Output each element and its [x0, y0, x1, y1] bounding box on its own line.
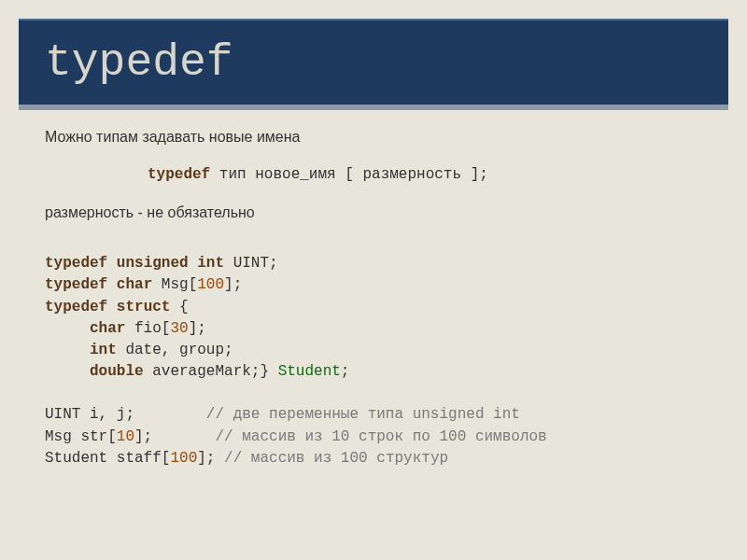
stmt: Msg str[ [45, 428, 117, 445]
code-line: Msg str[10]; // массив из 10 строк по 10… [45, 427, 702, 448]
kw-unsigned: unsigned [117, 255, 189, 272]
num: 100 [197, 276, 224, 293]
kw-char: char [90, 320, 125, 337]
syntax-line: typedef тип новое_имя [ размерность ]; [45, 164, 702, 185]
ident: date, group; [117, 342, 233, 358]
kw-typedef: typedef [45, 276, 107, 293]
code-line: char fio[30]; [45, 318, 702, 340]
pad [215, 450, 224, 467]
type-name: Student [278, 363, 341, 380]
ident: averageMark;} [144, 363, 278, 380]
syntax-rest: тип новое_имя [ размерность ]; [210, 166, 488, 183]
kw-typedef: typedef [45, 255, 107, 272]
kw-typedef: typedef [45, 299, 107, 315]
comment: // массив из 10 строк по 100 символов [215, 428, 546, 445]
kw-int: int [90, 342, 117, 358]
comment: // две переменные типа unsigned int [206, 406, 520, 423]
num: 100 [170, 450, 197, 467]
code-line: typedef struct { [45, 297, 702, 318]
note-text: размерность - не обязательно [45, 203, 702, 223]
header-bar: typedef [19, 19, 728, 110]
stmt: UINT i, j; [45, 406, 134, 423]
code-line: UINT i, j; // две переменные типа unsign… [45, 404, 702, 426]
slide-title: typedef [45, 37, 702, 88]
kw-double: double [90, 363, 144, 380]
punct: ]; [189, 320, 206, 337]
code-line: Student staff[100]; // массив из 100 стр… [45, 448, 702, 469]
pad [134, 406, 206, 423]
ident: Msg[ [152, 276, 197, 293]
code-blank [45, 383, 702, 404]
intro-text: Можно типам задавать новые имена [45, 127, 702, 147]
num: 30 [170, 320, 188, 337]
kw-int: int [197, 255, 224, 272]
punct: ]; [224, 276, 242, 293]
code-block: typedef unsigned int UINT; typedef char … [45, 253, 702, 469]
kw-char: char [117, 276, 152, 293]
punct: ]; [134, 428, 152, 445]
num: 10 [117, 428, 134, 445]
ident: fio[ [125, 320, 170, 337]
punct: ]; [197, 450, 215, 467]
ident: UINT; [224, 255, 278, 272]
code-line: int date, group; [45, 340, 702, 361]
syntax-keyword: typedef [148, 166, 210, 183]
code-line: typedef unsigned int UINT; [45, 253, 702, 274]
stmt: Student staff[ [45, 450, 170, 467]
comment: // массив из 100 структур [224, 450, 448, 467]
code-line: double averageMark;} Student; [45, 361, 702, 383]
slide-content: Можно типам задавать новые имена typedef… [19, 127, 728, 469]
pad [152, 428, 215, 445]
kw-struct: struct [117, 299, 171, 315]
slide: typedef Можно типам задавать новые имена… [0, 0, 747, 560]
punct: ; [341, 363, 350, 380]
punct: { [170, 299, 188, 315]
code-line: typedef char Msg[100]; [45, 274, 702, 296]
